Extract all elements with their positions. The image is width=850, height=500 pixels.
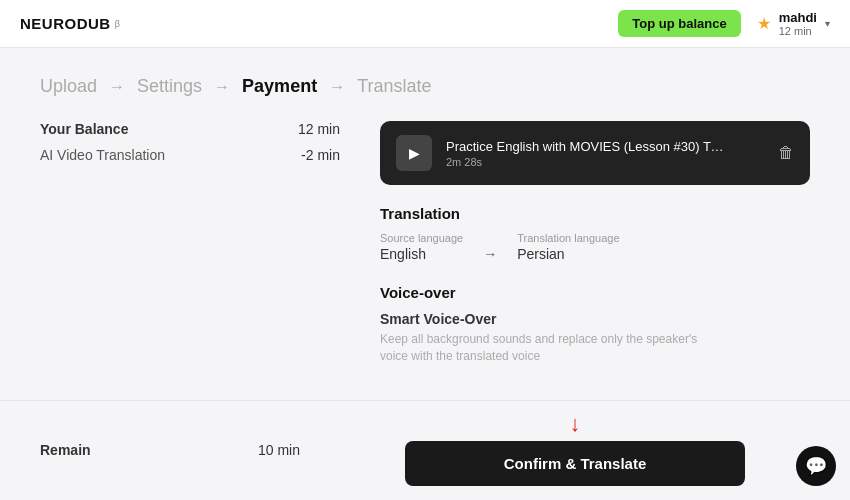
voiceover-section: Voice-over Smart Voice-Over Keep all bac… bbox=[380, 284, 810, 365]
source-value: English bbox=[380, 246, 463, 262]
play-icon: ▶ bbox=[409, 145, 420, 161]
navbar-right: Top up balance ★ mahdi 12 min ▾ bbox=[618, 10, 830, 38]
user-menu[interactable]: ★ mahdi 12 min ▾ bbox=[757, 10, 830, 38]
right-column: ▶ Practice English with MOVIES (Lesson #… bbox=[380, 121, 810, 365]
user-details: mahdi 12 min bbox=[779, 10, 817, 38]
translation-title: Translation bbox=[380, 205, 810, 222]
video-card: ▶ Practice English with MOVIES (Lesson #… bbox=[380, 121, 810, 185]
voiceover-description: Keep all background sounds and replace o… bbox=[380, 331, 720, 365]
content-grid: Your Balance 12 min AI Video Translation… bbox=[40, 121, 810, 365]
voiceover-title: Voice-over bbox=[380, 284, 810, 301]
translation-section: Translation Source language English → Tr… bbox=[380, 205, 810, 262]
balance-value: 12 min bbox=[298, 121, 340, 137]
balance-label: Your Balance bbox=[40, 121, 128, 137]
beta-badge: β bbox=[115, 19, 120, 29]
user-balance-display: 12 min bbox=[779, 25, 812, 37]
deduct-label: AI Video Translation bbox=[40, 147, 165, 163]
top-up-button[interactable]: Top up balance bbox=[618, 10, 740, 37]
language-row: Source language English → Translation la… bbox=[380, 232, 810, 262]
confirm-translate-button[interactable]: Confirm & Translate bbox=[405, 441, 745, 486]
video-thumbnail: ▶ bbox=[396, 135, 432, 171]
target-language: Translation language Persian bbox=[517, 232, 619, 262]
breadcrumb-arrow-1: → bbox=[109, 78, 125, 96]
down-arrow-icon: ↓ bbox=[570, 413, 581, 435]
chat-support-button[interactable]: 💬 bbox=[796, 446, 836, 486]
target-label: Translation language bbox=[517, 232, 619, 244]
star-icon: ★ bbox=[757, 14, 771, 33]
deduct-value: -2 min bbox=[301, 147, 340, 163]
target-value: Persian bbox=[517, 246, 619, 262]
lang-arrow-icon: → bbox=[483, 246, 497, 262]
video-duration: 2m 28s bbox=[446, 156, 764, 168]
delete-video-icon[interactable]: 🗑 bbox=[778, 144, 794, 162]
confirm-area: ↓ Confirm & Translate bbox=[340, 413, 810, 486]
video-info: Practice English with MOVIES (Lesson #30… bbox=[446, 139, 764, 168]
video-title: Practice English with MOVIES (Lesson #30… bbox=[446, 139, 726, 154]
balance-section: Your Balance 12 min AI Video Translation… bbox=[40, 121, 340, 365]
logo-text: NEURODUB bbox=[20, 15, 111, 32]
breadcrumb-payment: Payment bbox=[242, 76, 317, 97]
balance-row: Your Balance 12 min bbox=[40, 121, 340, 137]
bottom-bar: Remain 10 min ↓ Confirm & Translate bbox=[0, 400, 850, 500]
chat-icon: 💬 bbox=[805, 455, 827, 477]
source-language: Source language English bbox=[380, 232, 463, 262]
source-label: Source language bbox=[380, 232, 463, 244]
breadcrumb-upload: Upload bbox=[40, 76, 97, 97]
breadcrumb: Upload → Settings → Payment → Translate bbox=[40, 48, 810, 121]
deduct-row: AI Video Translation -2 min bbox=[40, 147, 340, 163]
breadcrumb-arrow-3: → bbox=[329, 78, 345, 96]
logo-area: NEURODUB β bbox=[20, 15, 120, 32]
remain-section: Remain 10 min bbox=[40, 442, 340, 458]
remain-label: Remain bbox=[40, 442, 91, 458]
chevron-down-icon: ▾ bbox=[825, 18, 830, 29]
remain-value: 10 min bbox=[258, 442, 300, 458]
breadcrumb-translate: Translate bbox=[357, 76, 431, 97]
voiceover-type: Smart Voice-Over bbox=[380, 311, 810, 327]
user-name: mahdi bbox=[779, 10, 817, 26]
main-content: Upload → Settings → Payment → Translate … bbox=[0, 48, 850, 365]
navbar: NEURODUB β Top up balance ★ mahdi 12 min… bbox=[0, 0, 850, 48]
breadcrumb-settings: Settings bbox=[137, 76, 202, 97]
breadcrumb-arrow-2: → bbox=[214, 78, 230, 96]
